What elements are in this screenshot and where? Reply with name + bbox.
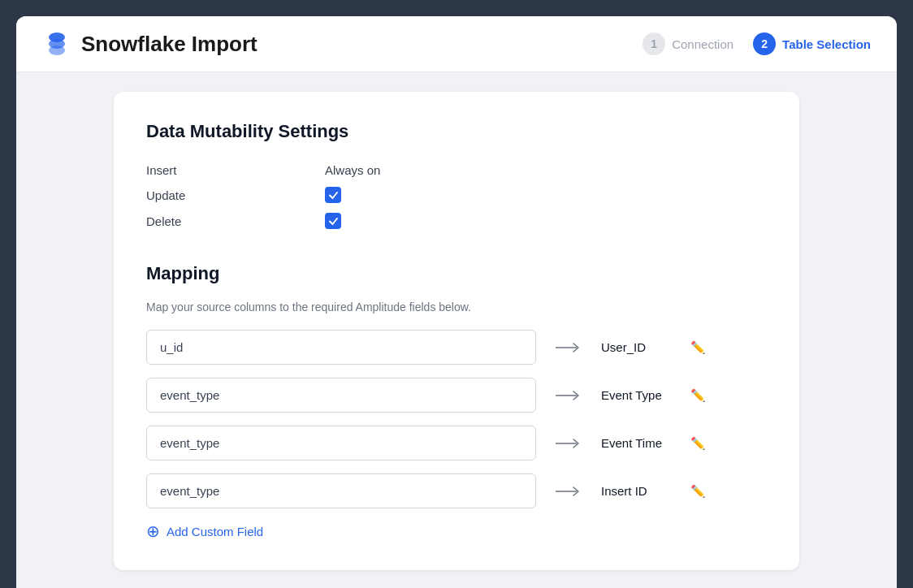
mapping-source-0[interactable] — [146, 330, 536, 365]
step-1-number: 1 — [643, 32, 665, 55]
mutability-title: Data Mutability Settings — [146, 121, 767, 142]
mapping-source-3[interactable] — [146, 473, 536, 508]
insert-label: Insert — [146, 163, 325, 177]
mutability-row-update: Update — [146, 182, 767, 208]
mapping-target-3: Insert ID ✏️ — [601, 484, 767, 499]
mapping-description: Map your source columns to the required … — [146, 300, 767, 313]
mapping-target-1: Event Type ✏️ — [601, 388, 767, 403]
delete-checkbox[interactable] — [325, 213, 341, 229]
update-label: Update — [146, 188, 325, 202]
app-title: Snowflake Import — [81, 32, 257, 57]
edit-icon-1[interactable]: ✏️ — [690, 388, 706, 403]
header: Snowflake Import 1 Connection 2 Table Se… — [16, 16, 897, 72]
main-content: Data Mutability Settings Insert Always o… — [16, 72, 897, 588]
mapping-source-1[interactable] — [146, 378, 536, 413]
add-custom-field-button[interactable]: ⊕ Add Custom Field — [146, 521, 767, 541]
mutability-row-delete: Delete — [146, 208, 767, 234]
arrow-1 — [536, 389, 601, 402]
step-1-label: Connection — [672, 37, 733, 51]
card: Data Mutability Settings Insert Always o… — [114, 92, 799, 570]
app-window: Snowflake Import 1 Connection 2 Table Se… — [16, 16, 897, 588]
update-checkbox[interactable] — [325, 187, 341, 203]
mapping-target-label-0: User_ID — [601, 340, 682, 354]
mapping-target-2: Event Time ✏️ — [601, 436, 767, 451]
arrow-3 — [536, 485, 601, 498]
arrow-0 — [536, 341, 601, 354]
header-left: Snowflake Import — [42, 29, 257, 58]
add-custom-field-label: Add Custom Field — [167, 525, 263, 538]
snowflake-icon — [42, 29, 71, 58]
svg-point-2 — [49, 45, 65, 55]
edit-icon-3[interactable]: ✏️ — [690, 484, 706, 499]
mutability-row-insert: Insert Always on — [146, 158, 767, 182]
mapping-row-0: User_ID ✏️ — [146, 330, 767, 365]
mapping-target-label-2: Event Time — [601, 436, 682, 450]
mapping-row-3: Insert ID ✏️ — [146, 473, 767, 508]
mapping-target-0: User_ID ✏️ — [601, 340, 767, 355]
plus-circle-icon: ⊕ — [146, 521, 160, 541]
delete-label: Delete — [146, 214, 325, 228]
edit-icon-0[interactable]: ✏️ — [690, 340, 706, 355]
mapping-title: Mapping — [146, 263, 767, 284]
edit-icon-2[interactable]: ✏️ — [690, 436, 706, 451]
step-table-selection: 2 Table Selection — [753, 32, 871, 55]
mapping-row-1: Event Type ✏️ — [146, 378, 767, 413]
always-on-label: Always on — [325, 163, 380, 177]
mapping-target-label-3: Insert ID — [601, 484, 682, 498]
stepper: 1 Connection 2 Table Selection — [643, 32, 871, 55]
arrow-2 — [536, 437, 601, 450]
step-2-label: Table Selection — [782, 37, 871, 51]
mapping-row-2: Event Time ✏️ — [146, 426, 767, 460]
mapping-target-label-1: Event Type — [601, 388, 682, 402]
mapping-source-2[interactable] — [146, 426, 536, 460]
mutability-table: Insert Always on Update — [146, 158, 767, 234]
mapping-section: Mapping Map your source columns to the r… — [146, 263, 767, 541]
step-2-number: 2 — [753, 32, 776, 55]
step-connection: 1 Connection — [643, 32, 733, 55]
mutability-section: Data Mutability Settings Insert Always o… — [146, 121, 767, 234]
